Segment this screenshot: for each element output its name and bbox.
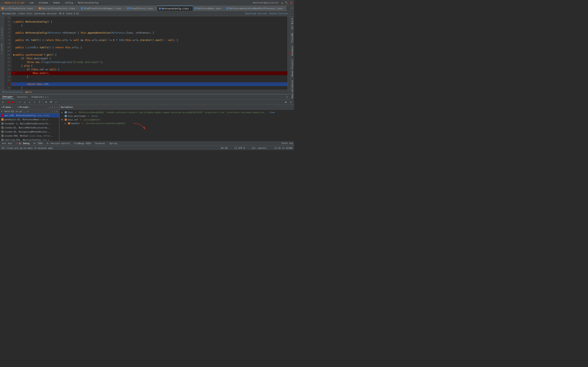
bottom-tab-terminal[interactable]: Terminal — [94, 142, 107, 145]
force-step-into-btn[interactable]: ⇓ — [27, 100, 32, 104]
plantuml-tab[interactable]: 2: PlantUML — [1, 43, 3, 54]
tab-referenceannotation[interactable]: ReferenceAnnotationBeanPostProcessor.jav… — [225, 6, 287, 11]
debug-tab-debugger[interactable]: Debugger — [2, 95, 14, 99]
trace-btn[interactable]: ⚡ — [54, 100, 58, 104]
ant-build-tab[interactable]: Ant Build — [291, 16, 294, 31]
status-message: All files are up-to-date (3 minutes ago) — [2, 147, 53, 149]
settings2-btn[interactable]: ⚙ — [284, 100, 288, 104]
frame-item-tostring[interactable]: toString:476, AbstractConfig (com.a... — [0, 138, 59, 141]
expand-this[interactable]: ▶ — [61, 111, 64, 114]
frame-icon-7 — [1, 139, 4, 141]
thread-dropdown-arrow[interactable]: ▾ — [27, 110, 29, 113]
frame-item-referencebean[interactable]: getObject:65, ReferenceBean (com.a... — [0, 117, 59, 122]
debug-btn[interactable]: 🐞 — [290, 1, 293, 4]
frame-item-invoke0[interactable]: invoke0:-1, NativeMethodAccessorIn... — [0, 122, 59, 125]
build-btn[interactable]: 🔨 — [285, 1, 288, 4]
tab-referencebean[interactable]: ReferenceBean.java × — [193, 6, 225, 11]
tab-sistproxyfactory[interactable]: sistProxyFactory.class × — [0, 6, 37, 11]
frames-dropdown[interactable]: ▾ — [12, 106, 13, 108]
close-tab-3[interactable]: × — [122, 7, 123, 9]
event-log-btn[interactable]: Event Log — [282, 142, 293, 144]
maximize-btn[interactable]: ⤢ — [289, 100, 293, 104]
frame-item-referenceconfig[interactable]: get:140, ReferenceConfig (com.aliba — [0, 113, 59, 117]
down-btn[interactable]: ↓ — [49, 106, 51, 109]
frame-item-invoke62[interactable]: invoke:62, NativeMethodAccessorIm... — [0, 125, 59, 130]
breadcrumb-get[interactable]: get() — [25, 91, 32, 93]
step-out-btn[interactable]: ↑ — [33, 100, 36, 104]
step-into-btn[interactable]: ↓ — [23, 100, 27, 104]
close-tab-2[interactable]: × — [76, 7, 77, 9]
code-line-93: } — [11, 86, 287, 90]
git-indicator[interactable]: Git: master↑ — [252, 147, 267, 149]
line-content: @ public ReferenceConfig() { } public Re… — [11, 16, 287, 90]
maven-projects-tab[interactable]: Maven Projects — [291, 58, 294, 78]
far-right-tabs: Ant Build PlantUML Database Maven Projec… — [290, 16, 294, 90]
top-nav-config[interactable]: config — [65, 1, 73, 4]
right-gutter — [287, 16, 290, 90]
top-nav-alibaba[interactable]: alibaba — [38, 1, 48, 4]
tab-proxyfactory[interactable]: ProxyFactory.class × — [125, 6, 157, 11]
tab-referenceconfig[interactable]: ReferenceConfig.class × — [157, 6, 193, 11]
bottom-tab-todo[interactable]: 6: TODO — [33, 142, 44, 145]
tab-stubproxyfactorywrapper[interactable]: StubProxyFactoryWrapper.class × — [79, 6, 125, 11]
close-tab-7[interactable]: × — [284, 7, 285, 9]
top-nav-referenceconfig[interactable]: ReferenceConfig — [78, 1, 98, 4]
evaluate-btn[interactable]: ≡ — [44, 100, 48, 104]
debugger-settings[interactable]: ⚙ — [286, 96, 288, 98]
top-nav-com[interactable]: com — [29, 1, 34, 4]
info-links: Download Sources Choose Sources... — [245, 12, 292, 15]
tab-abstractproxyfactory[interactable]: AbstractProxyFactory.class × — [37, 6, 79, 11]
resume-btn[interactable]: ▶ — [1, 100, 5, 104]
breadcrumb-bar: ReferenceConfig › get() — [0, 90, 294, 94]
sep1 — [16, 101, 17, 104]
code-line-76: public URL toUrl() { return this.urls !=… — [11, 38, 287, 42]
thread-nav-down[interactable]: ↓ — [54, 110, 55, 113]
close-tab-4[interactable]: × — [154, 7, 155, 9]
var-this-destroyed[interactable]: this.destroyed = false — [61, 114, 293, 118]
bottom-tab-spring[interactable]: Spring — [108, 142, 118, 145]
up-btn[interactable]: ↑ — [47, 106, 49, 109]
expand-ref[interactable]: ▼ — [61, 118, 64, 121]
var-this-ref[interactable]: ▼ this.ref = {proxy0@6419} — [61, 118, 293, 122]
run-to-cursor-btn[interactable]: ⤵ — [37, 100, 42, 104]
debug-tab-endpoints[interactable]: Endpoints ⚙ × — [31, 95, 49, 99]
thread-selector[interactable]: ▶ "main"@1 in gr... ▾ ↑ ↓ ▽ — [0, 110, 59, 113]
bottom-tab-vcs[interactable]: 9: Version Control — [45, 142, 71, 145]
var-handler[interactable]: ▶ handler = {InvokerInvocationHandler@64… — [61, 122, 293, 125]
filter-btn[interactable]: ▽ — [52, 106, 53, 109]
hide-frames-btn[interactable]: ⤓ — [54, 106, 56, 109]
thread-filter[interactable]: ▽ — [56, 110, 57, 113]
close-tab-5[interactable]: × — [190, 8, 191, 9]
tab-icon-1 — [2, 7, 4, 9]
frame-item-invoke43[interactable]: invoke:43, DelegatingMethodAccess... — [0, 130, 59, 134]
view-link[interactable]: View — [270, 111, 275, 114]
debug-tab-console[interactable]: Console ⚙ — [16, 95, 29, 99]
var-this[interactable]: ▶ this = {ReferenceBean@5860} "<dubbo:re… — [61, 110, 293, 114]
close-tab-6[interactable]: × — [222, 7, 223, 9]
database-tab[interactable]: Database — [291, 44, 294, 57]
bean-validation-tab[interactable]: Bean Validation — [291, 78, 294, 100]
left-gutter: 1: Structure 2: PlantUML — [0, 16, 4, 90]
bottom-tab-run[interactable]: ▶ 4: Run — [1, 142, 13, 145]
frame-item-invoke498[interactable]: invoke:498, Method (java.lang.reflec... — [0, 134, 59, 138]
choose-sources-link[interactable]: Choose Sources... — [269, 12, 292, 15]
watch-btn[interactable]: 👁 — [49, 100, 53, 104]
pause-btn[interactable]: ■ — [6, 100, 10, 104]
threads-dropdown[interactable]: ▾ — [29, 106, 30, 108]
bottom-tab-findbugs[interactable]: FindBugs-IDEA — [73, 142, 92, 145]
run-btn[interactable]: ▶ — [282, 1, 283, 4]
step-over-btn[interactable]: ↷ — [18, 100, 22, 104]
expand-handler[interactable]: ▶ — [65, 122, 67, 125]
download-sources-link[interactable]: Download Sources — [245, 12, 267, 15]
structure-tab[interactable]: 1: Structure — [1, 27, 3, 39]
close-tab-1[interactable]: × — [34, 7, 35, 9]
var-icon-handler — [68, 122, 70, 124]
frame-icon-3 — [1, 122, 4, 125]
bottom-tab-debug[interactable]: 🐞 5: Debug — [15, 142, 31, 145]
stop-btn[interactable]: ⏹ — [11, 100, 15, 104]
thread-nav-up[interactable]: ↑ — [52, 110, 53, 113]
breadcrumb-referenceconfig[interactable]: ReferenceConfig — [2, 91, 22, 93]
plantUML-tab[interactable]: PlantUML — [291, 31, 294, 44]
top-nav-dubbo[interactable]: dubbo — [53, 1, 60, 4]
export-btn[interactable]: ↗ — [56, 106, 58, 109]
